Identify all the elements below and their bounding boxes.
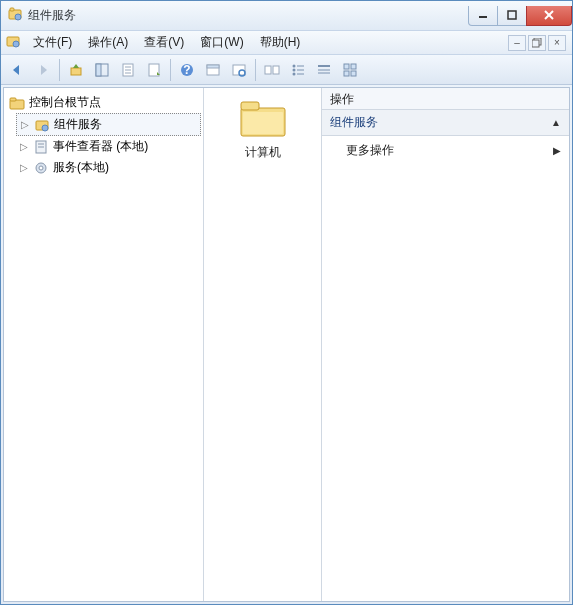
window-button[interactable] xyxy=(201,58,225,82)
folder-icon xyxy=(9,95,25,111)
tree-pane: 控制台根节点 ▷ 组件服务 ▷ 事件查看器 (本地) ▷ 服务(本地) xyxy=(4,88,204,601)
svg-point-2 xyxy=(15,14,21,20)
svg-rect-39 xyxy=(351,71,356,76)
minimize-button[interactable] xyxy=(468,6,498,26)
svg-rect-10 xyxy=(532,40,539,47)
event-icon xyxy=(33,139,49,155)
help-button[interactable]: ? xyxy=(175,58,199,82)
tree-node-label: 组件服务 xyxy=(54,116,102,133)
submenu-icon: ▶ xyxy=(553,145,561,156)
menu-window[interactable]: 窗口(W) xyxy=(192,32,251,53)
expand-icon[interactable]: ▷ xyxy=(19,162,29,173)
svg-point-8 xyxy=(13,41,19,47)
svg-text:?: ? xyxy=(183,63,190,77)
svg-rect-4 xyxy=(508,11,516,19)
component-icon xyxy=(34,117,50,133)
svg-rect-51 xyxy=(243,112,283,134)
toolbar-separator xyxy=(59,59,60,81)
svg-rect-36 xyxy=(344,64,349,69)
svg-rect-26 xyxy=(273,66,279,74)
menu-app-icon xyxy=(5,33,21,52)
properties-button[interactable] xyxy=(116,58,140,82)
toolbar-separator xyxy=(255,59,256,81)
action-section[interactable]: 组件服务 ▲ xyxy=(322,110,569,136)
maximize-button[interactable] xyxy=(497,6,527,26)
expand-icon[interactable]: ▷ xyxy=(20,119,30,130)
forward-button[interactable] xyxy=(31,58,55,82)
mdi-restore-button[interactable] xyxy=(528,35,546,51)
content-area: 控制台根节点 ▷ 组件服务 ▷ 事件查看器 (本地) ▷ 服务(本地) xyxy=(3,87,570,602)
up-button[interactable] xyxy=(64,58,88,82)
svg-rect-37 xyxy=(351,64,356,69)
svg-rect-11 xyxy=(71,68,81,75)
view-detail-button[interactable] xyxy=(312,58,336,82)
app-icon xyxy=(7,6,23,25)
svg-rect-50 xyxy=(241,102,259,110)
list-item-label[interactable]: 计算机 xyxy=(245,144,281,161)
menu-bar: 文件(F) 操作(A) 查看(V) 窗口(W) 帮助(H) – × xyxy=(1,31,572,55)
menu-action[interactable]: 操作(A) xyxy=(80,32,136,53)
action-more[interactable]: 更多操作 ▶ xyxy=(322,136,569,165)
mdi-controls: – × xyxy=(508,35,566,51)
action-pane: 操作 组件服务 ▲ 更多操作 ▶ xyxy=(322,88,569,601)
mdi-close-button[interactable]: × xyxy=(548,35,566,51)
list-pane: 计算机 xyxy=(204,88,322,601)
svg-rect-38 xyxy=(344,71,349,76)
tree-root-label: 控制台根节点 xyxy=(29,94,101,111)
action-item-label: 更多操作 xyxy=(346,142,394,159)
toolbar-separator xyxy=(170,59,171,81)
computer-folder-icon[interactable] xyxy=(239,98,287,138)
svg-rect-22 xyxy=(207,65,219,68)
back-button[interactable] xyxy=(5,58,29,82)
window-title: 组件服务 xyxy=(28,7,469,24)
svg-point-29 xyxy=(293,72,296,75)
svg-rect-1 xyxy=(10,8,14,11)
tree-node-label: 服务(本地) xyxy=(53,159,109,176)
app-window: 组件服务 文件(F) 操作(A) 查看(V) 窗口(W) 帮助(H) – × xyxy=(0,0,573,605)
collapse-icon: ▲ xyxy=(551,117,561,128)
tree-node-components[interactable]: ▷ 组件服务 xyxy=(16,113,201,136)
tree-node-services[interactable]: ▷ 服务(本地) xyxy=(16,157,201,178)
tree-node-eventviewer[interactable]: ▷ 事件查看器 (本地) xyxy=(16,136,201,157)
svg-point-43 xyxy=(42,125,48,131)
show-hide-tree-button[interactable] xyxy=(90,58,114,82)
view-status-button[interactable] xyxy=(260,58,284,82)
menu-help[interactable]: 帮助(H) xyxy=(252,32,309,53)
action-section-label: 组件服务 xyxy=(330,114,378,131)
view-list-button[interactable] xyxy=(286,58,310,82)
svg-rect-13 xyxy=(96,64,101,76)
window-controls xyxy=(469,6,572,26)
toolbar: ? xyxy=(1,55,572,85)
action-pane-header: 操作 xyxy=(322,88,569,110)
menu-file[interactable]: 文件(F) xyxy=(25,32,80,53)
export-list-button[interactable] xyxy=(142,58,166,82)
mdi-minimize-button[interactable]: – xyxy=(508,35,526,51)
tree-node-label: 事件查看器 (本地) xyxy=(53,138,148,155)
svg-rect-41 xyxy=(10,98,16,101)
close-button[interactable] xyxy=(526,6,572,26)
svg-point-48 xyxy=(39,166,43,170)
tree-root[interactable]: 控制台根节点 xyxy=(6,92,201,113)
svg-rect-25 xyxy=(265,66,271,74)
svg-point-27 xyxy=(293,64,296,67)
view-icons-button[interactable] xyxy=(338,58,362,82)
svg-point-28 xyxy=(293,68,296,71)
gear-icon xyxy=(33,160,49,176)
refresh-button[interactable] xyxy=(227,58,251,82)
menu-view[interactable]: 查看(V) xyxy=(136,32,192,53)
title-bar: 组件服务 xyxy=(1,1,572,31)
expand-icon[interactable]: ▷ xyxy=(19,141,29,152)
